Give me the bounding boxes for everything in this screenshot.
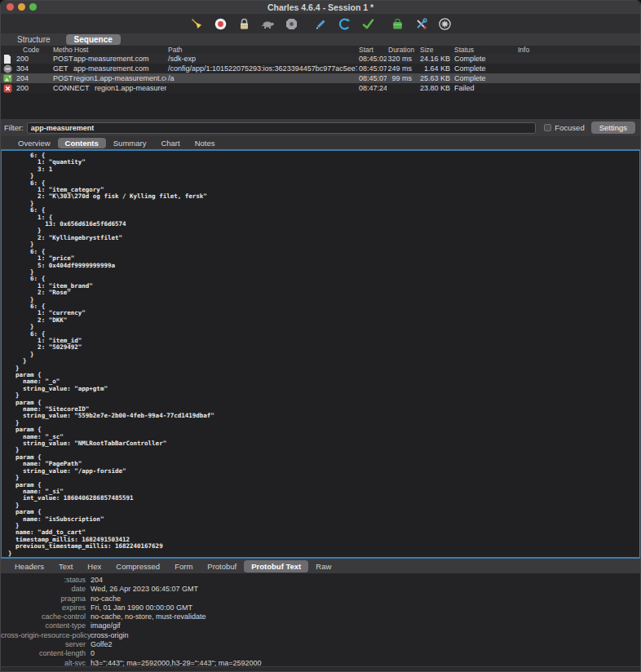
- ssl-proxying-icon[interactable]: [237, 17, 251, 31]
- title-bar: Charles 4.6.4 - Session 1 *: [1, 1, 640, 14]
- header-row: dateWed, 26 Apr 2023 06:45:07 GMT: [1, 585, 640, 594]
- table-row-selected[interactable]: 204 POST region1.app-measurement.com /a …: [1, 73, 640, 83]
- tab-compressed[interactable]: Compressed: [108, 560, 167, 573]
- tab-protobuf-text[interactable]: Protobuf Text: [244, 560, 308, 573]
- protobuf-text: 6: { 1: "quantity" 3: 1 } 6: { 1: "item_…: [2, 151, 639, 557]
- tab-summary[interactable]: Summary: [106, 138, 154, 148]
- header-row: content-length0: [1, 649, 640, 658]
- tab-notes[interactable]: Notes: [188, 138, 223, 148]
- header-row: content-typeimage/gif: [1, 621, 640, 630]
- filter-bar: Filter: Focused Settings: [1, 119, 640, 136]
- not-modified-icon: [1, 64, 14, 73]
- tab-hex[interactable]: Hex: [80, 560, 108, 573]
- record-icon[interactable]: [214, 17, 228, 31]
- tab-headers[interactable]: Headers: [7, 560, 51, 573]
- column-duration[interactable]: Duration: [387, 46, 414, 54]
- view-switcher: Structure Sequence: [1, 33, 640, 46]
- tab-chart[interactable]: Chart: [153, 138, 187, 148]
- external-tools-icon[interactable]: [391, 17, 404, 31]
- header-row: cross-origin-resource-policycross-origin: [1, 631, 640, 640]
- column-method[interactable]: Method: [51, 46, 73, 54]
- settings-gear-icon[interactable]: [438, 17, 452, 31]
- tab-protobuf[interactable]: Protobuf: [200, 560, 244, 573]
- table-row[interactable]: 304 GET app-measurement.com /config/app/…: [1, 64, 640, 73]
- toolbar: [1, 14, 640, 33]
- window-title: Charles 4.6.4 - Session 1 *: [1, 1, 640, 14]
- settings-button[interactable]: Settings: [591, 122, 635, 134]
- header-row: expiresFri, 01 Jan 1990 00:00:00 GMT: [1, 603, 640, 612]
- request-table-header: Code Method Host Path Start Duration Siz…: [1, 46, 640, 54]
- column-info[interactable]: Info: [516, 46, 640, 54]
- header-row: :status204: [1, 576, 640, 585]
- table-row[interactable]: 200 CONNECT region1.app-measurement.com …: [1, 83, 640, 93]
- column-path[interactable]: Path: [166, 46, 357, 54]
- tab-raw[interactable]: Raw: [308, 560, 338, 573]
- tools-icon[interactable]: [414, 17, 428, 31]
- tab-sequence[interactable]: Sequence: [66, 34, 121, 45]
- charles-window: Charles 4.6.4 - Session 1 *: [0, 0, 641, 672]
- repeat-icon[interactable]: [338, 17, 351, 31]
- tab-text[interactable]: Text: [51, 560, 80, 573]
- document-icon: [1, 55, 14, 64]
- table-empty-area: [1, 93, 640, 119]
- focused-label[interactable]: Focused: [555, 123, 584, 132]
- response-headers-panel: :status204 dateWed, 26 Apr 2023 06:45:07…: [1, 573, 640, 666]
- clear-session-icon[interactable]: [190, 17, 204, 31]
- header-row: serverGolfe2: [1, 640, 640, 649]
- table-row[interactable]: 200 POST app-measurement.com /sdk-exp 08…: [1, 54, 640, 64]
- image-icon: [1, 74, 14, 82]
- breakpoints-icon[interactable]: [285, 17, 298, 31]
- tab-contents[interactable]: Contents: [58, 138, 106, 148]
- close-button[interactable]: [7, 3, 14, 11]
- validate-icon[interactable]: [361, 17, 375, 31]
- filter-label: Filter:: [4, 123, 24, 132]
- column-host[interactable]: Host: [73, 46, 166, 54]
- focused-checkbox[interactable]: [544, 124, 551, 131]
- throttling-icon[interactable]: [261, 17, 275, 31]
- body-tabs: Headers Text Hex Compressed Form Protobu…: [1, 559, 640, 573]
- tab-form[interactable]: Form: [167, 560, 200, 573]
- tab-overview[interactable]: Overview: [11, 138, 58, 148]
- tab-structure[interactable]: Structure: [9, 34, 59, 45]
- compose-icon[interactable]: [314, 17, 328, 31]
- column-code[interactable]: Code: [14, 46, 51, 54]
- zoom-button[interactable]: [29, 3, 37, 11]
- header-row: pragmano-cache: [1, 595, 640, 603]
- column-start[interactable]: Start: [357, 46, 387, 54]
- filter-input[interactable]: [27, 122, 536, 134]
- column-status[interactable]: Status: [453, 46, 516, 54]
- header-row: cache-controlno-cache, no-store, must-re…: [1, 612, 640, 621]
- protobuf-text-view[interactable]: 6: { 1: "quantity" 3: 1 } 6: { 1: "item_…: [1, 149, 640, 559]
- failed-icon: [1, 84, 14, 93]
- column-size[interactable]: Size: [414, 46, 453, 54]
- content-tabs: Overview Contents Summary Chart Notes: [1, 136, 640, 149]
- minimize-button[interactable]: [18, 3, 25, 11]
